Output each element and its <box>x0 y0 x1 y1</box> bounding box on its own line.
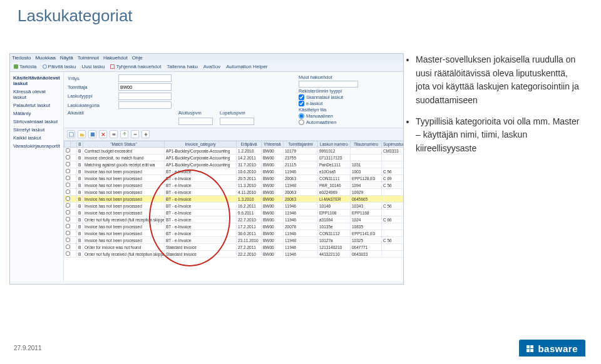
manuaalinen-radio[interactable] <box>299 113 304 119</box>
automaattinen-radio[interactable] <box>299 119 304 125</box>
avasov-button[interactable]: AvaSov <box>203 64 220 69</box>
tyhjenna-button[interactable]: Tyhjennä hakuehdot <box>110 64 161 69</box>
table-row[interactable]: BInvoice checksit, no match foundAP1-Buc… <box>64 154 404 161</box>
nav-item[interactable]: Kiiressä olevat laskut <box>10 88 63 101</box>
menubar: Tiedosto Muokkaa Näytä Toiminnot Hakuehd… <box>10 54 403 62</box>
row-checkbox[interactable] <box>66 190 70 194</box>
menu-item[interactable]: Toiminnot <box>78 55 99 61</box>
table-row[interactable]: BOrder for invoice was not foundStandard… <box>64 244 404 251</box>
gt-delete-icon[interactable] <box>99 130 107 138</box>
nav-item[interactable]: Varastokirjausraportit <box>10 142 63 150</box>
grid-toolbar <box>64 128 404 141</box>
toimittaja-label: Toimittaja <box>68 84 115 90</box>
aloituspvm-input[interactable] <box>178 118 213 125</box>
paivita-lasku-button[interactable]: Päivitä lasku <box>43 64 76 69</box>
logo-squares-icon <box>527 345 533 352</box>
gt-print-icon[interactable] <box>110 130 118 138</box>
menu-item[interactable]: Muokkaa <box>35 55 55 61</box>
menu-item[interactable]: Ohje <box>132 55 143 61</box>
column-header[interactable]: Toimittajanimi <box>284 141 318 148</box>
data-table-wrap[interactable]: B"Match Status"Invoice_categoryEräpäiväY… <box>64 141 404 281</box>
gt-open-icon[interactable] <box>78 130 86 138</box>
svg-rect-0 <box>69 132 73 136</box>
gt-export-icon[interactable] <box>120 130 128 138</box>
muut-label: Muut hakuehdot <box>299 74 404 80</box>
row-checkbox[interactable] <box>66 162 70 166</box>
yritys-input[interactable] <box>118 74 172 82</box>
row-checkbox[interactable] <box>66 217 70 221</box>
table-row[interactable]: BInvoice has not been processedBT - e-In… <box>64 196 404 203</box>
nav-item[interactable]: Kaikki laskut <box>10 134 63 142</box>
column-header[interactable]: Tilausnumero <box>351 141 382 148</box>
nav-item[interactable]: Palautetut laskut <box>10 101 63 109</box>
row-checkbox[interactable] <box>66 169 70 173</box>
table-row[interactable]: BInvoice has not been processedBT - e-In… <box>64 182 404 189</box>
table-row[interactable]: BInvoice has not been processedBT - e-In… <box>64 189 404 196</box>
gt-save-icon[interactable] <box>88 130 96 138</box>
row-checkbox[interactable] <box>66 155 70 159</box>
column-header[interactable]: B <box>77 141 83 148</box>
row-checkbox[interactable] <box>66 210 70 215</box>
column-header[interactable]: Eräpäivä <box>237 141 262 148</box>
gt-collapse-icon[interactable] <box>131 130 139 138</box>
table-row[interactable]: BInvoice has not been processedBT - e-In… <box>64 175 404 182</box>
aikavali-label: Aikaväli <box>68 110 115 116</box>
tarkista-icon <box>14 64 18 69</box>
row-checkbox[interactable] <box>66 231 70 235</box>
data-table: B"Match Status"Invoice_categoryEräpäiväY… <box>64 141 404 258</box>
lopetuspvm-input[interactable] <box>220 118 254 125</box>
row-checkbox[interactable] <box>66 238 70 242</box>
automation-helper-button[interactable]: Automation Helper <box>226 64 267 69</box>
laskutyyppi-input[interactable] <box>118 93 172 100</box>
column-header[interactable]: Yhteensä <box>262 141 284 148</box>
tallenna-haku-button[interactable]: Tallenna haku <box>167 64 197 69</box>
table-row[interactable]: BInvoice has not been processedBT - e-In… <box>64 210 404 216</box>
skannataul-checkbox[interactable] <box>299 94 304 100</box>
column-header[interactable] <box>71 141 77 148</box>
menu-item[interactable]: Tiedosto <box>12 55 31 61</box>
table-row[interactable]: BInvoice has not been processedBT - e-In… <box>64 203 404 210</box>
table-row[interactable]: BInvoice has not been processedBT - e-In… <box>64 237 404 244</box>
table-row[interactable]: BInvoice has not been processedBT - e-In… <box>64 223 404 230</box>
column-header[interactable]: Sopimustum <box>382 141 404 148</box>
muut-input[interactable] <box>299 81 358 88</box>
reg-label: Rekisteröinnin tyyppi <box>299 88 404 94</box>
menu-item[interactable]: Hakuehdot <box>103 55 128 61</box>
table-row[interactable]: BOrder not fully received (full receptio… <box>64 216 404 223</box>
toimittaja-input[interactable] <box>118 83 172 91</box>
filter-panel: Yritys Muut hakuehdot Rekisteröinnin tyy… <box>64 72 404 128</box>
gt-new-icon[interactable] <box>67 130 75 138</box>
laskukategoria-input[interactable] <box>118 101 172 109</box>
row-checkbox[interactable] <box>66 196 70 201</box>
table-row[interactable]: BInvoice has not been processedBT - e-In… <box>64 168 404 175</box>
row-checkbox[interactable] <box>66 176 70 180</box>
menu-item[interactable]: Näytä <box>60 55 73 61</box>
row-checkbox[interactable] <box>66 148 70 153</box>
laskutyyppi-label: Laskutyyppi <box>68 93 115 99</box>
row-checkbox[interactable] <box>66 183 70 187</box>
uusi-lasku-button[interactable]: Uusi lasku <box>81 64 105 69</box>
slide-title: Laskukategoriat <box>18 6 133 26</box>
column-header[interactable]: Laskun numero <box>318 141 351 148</box>
column-header[interactable]: "Match Status" <box>83 141 165 148</box>
svg-rect-2 <box>112 133 115 135</box>
aloituspvm-label: Aloituspvm <box>178 110 216 116</box>
nav-item[interactable]: Mätänty <box>10 109 63 118</box>
gt-expand-icon[interactable] <box>141 130 150 138</box>
table-row[interactable]: BContract budget exceededAP1-Buckley/Cor… <box>64 148 404 154</box>
nav-item[interactable]: Siirretyt laskut <box>10 126 63 134</box>
column-header[interactable] <box>64 141 71 148</box>
table-row[interactable]: BInvoice has not been processedBT - e-In… <box>64 230 404 237</box>
row-checkbox[interactable] <box>66 245 70 249</box>
table-row[interactable]: BOrder not fully received (full receptio… <box>64 251 404 258</box>
row-checkbox[interactable] <box>66 251 70 256</box>
elaskut-checkbox[interactable] <box>299 101 304 106</box>
column-header[interactable]: Invoice_category <box>165 141 237 148</box>
bullet-item: Tyypillisiä kategorioita voi olla mm. Ma… <box>416 115 582 156</box>
row-checkbox[interactable] <box>66 224 70 228</box>
tarkista-button[interactable]: Tarkista <box>14 64 37 69</box>
yritys-label: Yritys <box>68 76 115 81</box>
table-row[interactable]: BMatching against goods receipt edit waA… <box>64 161 404 168</box>
nav-item[interactable]: Siirtovalmiaat laskut <box>10 118 63 126</box>
row-checkbox[interactable] <box>66 203 70 208</box>
